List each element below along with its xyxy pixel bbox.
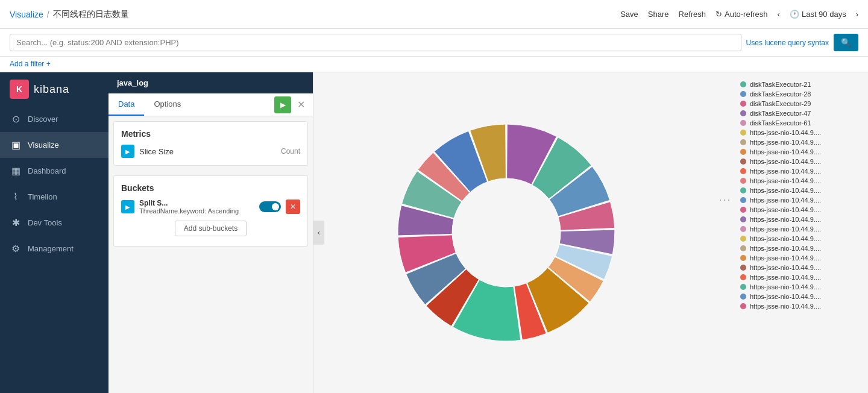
legend-item[interactable]: https-jsse-nio-10.44.9.... [740, 186, 863, 195]
legend-item[interactable]: https-jsse-nio-10.44.9.... [740, 234, 863, 244]
legend-item[interactable]: diskTaskExecutor-29 [740, 99, 863, 108]
legend-label: https-jsse-nio-10.44.9.... [750, 303, 821, 310]
sidebar-item-dashboard[interactable]: ▦ Dashboard [0, 158, 108, 184]
share-button[interactable]: Share [648, 10, 669, 19]
logo-area: K kibana [0, 72, 108, 106]
legend-item[interactable]: https-jsse-nio-10.44.9.... [740, 282, 863, 292]
legend-dot [740, 197, 746, 203]
legend-item[interactable]: https-jsse-nio-10.44.9.... [740, 195, 863, 205]
legend-item[interactable]: https-jsse-nio-10.44.9.... [740, 137, 863, 147]
legend-item[interactable]: diskTaskExecutor-21 [740, 80, 863, 89]
legend-label: https-jsse-nio-10.44.9.... [750, 168, 821, 175]
tab-data[interactable]: Data [108, 93, 144, 116]
legend-label: https-jsse-nio-10.44.9.... [750, 129, 821, 136]
legend-dot [740, 130, 746, 136]
legend-dot [740, 159, 746, 165]
legend-item[interactable]: https-jsse-nio-10.44.9.... [740, 215, 863, 224]
kibana-logo-text: kibana [34, 83, 69, 96]
refresh-icon: ↻ [715, 10, 722, 19]
auto-refresh-label: Auto-refresh [725, 10, 768, 19]
main-layout: K kibana ⊙ Discover ▣ Visualize ▦ Dashbo… [0, 72, 868, 393]
clock-icon: 🕐 [790, 10, 799, 19]
sidebar-item-discover[interactable]: ⊙ Discover [0, 106, 108, 132]
auto-refresh-toggle[interactable]: ↻ Auto-refresh [715, 10, 768, 19]
add-sub-buckets-button[interactable]: Add sub-buckets [175, 221, 247, 236]
search-input[interactable] [10, 34, 741, 51]
panel-tabs: Data Options ▶ ✕ [108, 93, 313, 116]
search-bar: Uses lucene query syntax 🔍 [0, 29, 868, 57]
legend-label: https-jsse-nio-10.44.9.... [750, 139, 821, 146]
legend-item[interactable]: https-jsse-nio-10.44.9.... [740, 292, 863, 301]
legend-item[interactable]: diskTaskExecutor-47 [740, 108, 863, 118]
sidebar-item-label: Timelion [28, 192, 57, 201]
legend-label: diskTaskExecutor-47 [750, 110, 811, 117]
legend-label: https-jsse-nio-10.44.9.... [750, 206, 821, 213]
devtools-icon: ✱ [10, 217, 22, 228]
legend-item[interactable]: https-jsse-nio-10.44.9.... [740, 263, 863, 272]
save-button[interactable]: Save [620, 10, 638, 19]
sidebar-item-management[interactable]: ⚙ Management [0, 236, 108, 262]
content-panel: java_log Data Options ▶ ✕ Metrics ▶ Slic… [108, 72, 313, 393]
top-actions: Save Share Refresh ↻ Auto-refresh ‹ 🕐 La… [620, 10, 858, 19]
legend-item[interactable]: https-jsse-nio-10.44.9.... [740, 128, 863, 137]
sidebar-item-visualize[interactable]: ▣ Visualize [0, 132, 108, 158]
tab-options[interactable]: Options [144, 93, 190, 116]
bucket-icon[interactable]: ▶ [121, 200, 134, 213]
legend-label: https-jsse-nio-10.44.9.... [750, 187, 821, 194]
sidebar-item-label: Discover [28, 115, 58, 124]
legend-dot [740, 101, 746, 107]
legend-dot [740, 216, 746, 222]
play-button[interactable]: ▶ [274, 96, 291, 113]
legend-dot [740, 110, 746, 116]
legend-item[interactable]: https-jsse-nio-10.44.9.... [740, 157, 863, 166]
dashboard-icon: ▦ [10, 165, 22, 177]
add-filter-button[interactable]: Add a filter + [10, 60, 51, 68]
timelion-icon: ⌇ [10, 191, 22, 203]
close-button[interactable]: ✕ [294, 98, 308, 112]
legend-dot [740, 178, 746, 184]
legend-item[interactable]: diskTaskExecutor-61 [740, 118, 863, 128]
legend-dot [740, 120, 746, 126]
lucene-hint: Uses lucene query syntax [746, 39, 829, 47]
kibana-logo-icon: K [10, 80, 29, 99]
sidebar-item-label: Dev Tools [28, 218, 62, 227]
time-prev-button[interactable]: ‹ [778, 10, 780, 19]
legend-item[interactable]: https-jsse-nio-10.44.9.... [740, 166, 863, 176]
breadcrumb: Visualize / 不同线程的日志数量 [10, 9, 620, 20]
legend-item[interactable]: https-jsse-nio-10.44.9.... [740, 253, 863, 263]
chart-options-button[interactable]: ⋮ [718, 194, 732, 205]
sidebar-item-devtools[interactable]: ✱ Dev Tools [0, 210, 108, 236]
visualize-icon: ▣ [10, 139, 22, 151]
bucket-toggle[interactable] [259, 201, 281, 212]
legend-dot [740, 255, 746, 261]
legend-item[interactable]: https-jsse-nio-10.44.9.... [740, 176, 863, 186]
collapse-panel-button[interactable]: ‹ [313, 221, 324, 245]
breadcrumb-visualize-link[interactable]: Visualize [10, 10, 43, 19]
refresh-button[interactable]: Refresh [679, 10, 706, 19]
bucket-name: Split S... [139, 199, 254, 207]
search-button[interactable]: 🔍 [834, 34, 858, 51]
legend-dot [740, 294, 746, 300]
legend-item[interactable]: https-jsse-nio-10.44.9.... [740, 205, 863, 215]
legend-item[interactable]: https-jsse-nio-10.44.9.... [740, 244, 863, 253]
sidebar-item-timelion[interactable]: ⌇ Timelion [0, 184, 108, 210]
legend-dot [740, 265, 746, 271]
tab-actions: ▶ ✕ [274, 96, 313, 113]
time-next-button[interactable]: › [856, 10, 858, 19]
legend-item[interactable]: https-jsse-nio-10.44.9.... [740, 224, 863, 234]
legend-item[interactable]: https-jsse-nio-10.44.9.... [740, 147, 863, 157]
top-bar: Visualize / 不同线程的日志数量 Save Share Refresh… [0, 0, 868, 29]
bucket-delete-button[interactable]: ✕ [286, 200, 300, 214]
time-range-display[interactable]: 🕐 Last 90 days [790, 10, 846, 19]
bucket-info: Split S... ThreadName.keyword: Ascending [139, 199, 254, 215]
legend-label: https-jsse-nio-10.44.9.... [750, 264, 821, 271]
legend-label: https-jsse-nio-10.44.9.... [750, 148, 821, 156]
management-icon: ⚙ [10, 243, 22, 254]
legend-label: https-jsse-nio-10.44.9.... [750, 254, 821, 262]
legend-item[interactable]: diskTaskExecutor-28 [740, 89, 863, 99]
legend-item[interactable]: https-jsse-nio-10.44.9.... [740, 272, 863, 282]
metric-icon[interactable]: ▶ [121, 145, 134, 158]
legend-item[interactable]: https-jsse-nio-10.44.9.... [740, 301, 863, 311]
metrics-section: Metrics ▶ Slice Size Count [113, 121, 308, 166]
viz-area: ‹ ⋮ diskTaskExecutor-21diskTaskExecutor-… [313, 72, 868, 393]
